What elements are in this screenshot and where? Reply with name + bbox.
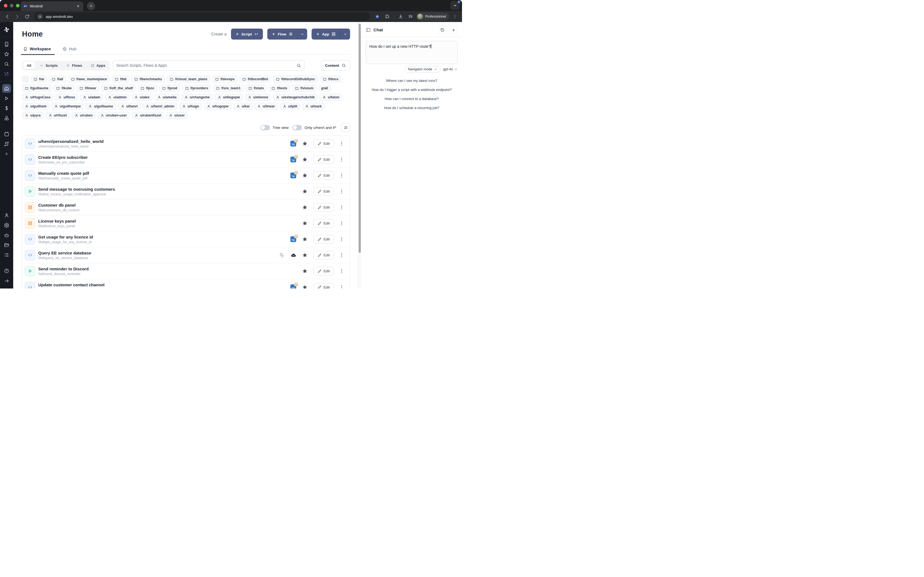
owner-chip-u/admin[interactable]: u/admin xyxy=(105,94,129,101)
owner-chip-u/pyra[interactable]: u/pyra xyxy=(22,112,44,119)
list-item[interactable]: Create EE/pro subscriber f/bd/create_ee_… xyxy=(22,152,350,168)
filter-flows[interactable]: Flows xyxy=(62,62,86,69)
media-playlist-icon[interactable] xyxy=(406,12,415,21)
owner-chip-u/kai[interactable]: u/kai xyxy=(233,103,252,110)
list-item[interactable]: u/henri/personalized_hello_world u/henri… xyxy=(22,136,350,152)
sidebar-item-favorites[interactable] xyxy=(2,50,11,58)
sidebar-item-user[interactable] xyxy=(2,211,11,220)
minimize-window-button[interactable] xyxy=(10,4,13,7)
extensions-puzzle-icon[interactable] xyxy=(383,12,392,21)
panel-collapse-icon[interactable] xyxy=(366,27,371,32)
windmill-logo[interactable] xyxy=(2,25,11,34)
owner-chip-f/guillaume[interactable]: f/guillaume xyxy=(22,85,51,92)
toggle-track[interactable] xyxy=(292,125,302,130)
filter-scripts[interactable]: Scripts xyxy=(36,62,61,69)
item-kebab-menu[interactable] xyxy=(339,268,344,274)
main-scrollbar[interactable] xyxy=(358,22,361,288)
owner-chip-u/exteugenchubchik[interactable]: u/exteugenchubchik xyxy=(273,94,317,101)
sidebar-item-resources[interactable] xyxy=(2,114,11,122)
owner-chip-g/all[interactable]: g/all xyxy=(318,85,331,92)
owner-chip-u/Ross[interactable]: u/Ross xyxy=(55,94,78,101)
sidebar-item-search[interactable] xyxy=(2,60,11,68)
owner-chip-f/kube[interactable]: f/kube xyxy=(53,85,74,92)
chat-suggestion[interactable]: Where can I see my latest runs? xyxy=(386,79,437,83)
chat-suggestion[interactable]: How do I schedule a recurring job? xyxy=(384,106,439,110)
owner-chip-u/changeme[interactable]: u/changeme xyxy=(181,94,213,101)
edit-button[interactable]: Edit xyxy=(313,235,334,243)
favorite-star-icon[interactable] xyxy=(302,252,308,258)
edit-button[interactable]: Edit xyxy=(313,283,334,289)
owner-chip-u/diegopw[interactable]: u/diegopw xyxy=(215,94,243,101)
chat-input[interactable]: How do I set up a new HTTP route? xyxy=(366,41,457,64)
owner-chip-f/linear[interactable]: f/linear xyxy=(77,85,99,92)
item-kebab-menu[interactable] xyxy=(339,205,344,211)
owner-chip-u/linear[interactable]: u/linear xyxy=(254,103,278,110)
filter-all[interactable]: All xyxy=(23,62,35,69)
browser-kebab-menu[interactable] xyxy=(451,12,459,21)
edit-button[interactable]: Edit xyxy=(313,251,334,259)
owner-chip-u/guilhem[interactable]: u/guilhem xyxy=(22,103,49,110)
close-window-button[interactable] xyxy=(4,4,7,7)
owner-chip-f/poc[interactable]: f/poc xyxy=(138,85,157,92)
item-kebab-menu[interactable] xyxy=(339,236,344,242)
create-app-button[interactable]: App xyxy=(312,29,340,40)
window-controls[interactable] xyxy=(4,4,19,7)
list-item[interactable]: Customer db panel f/bd/customers_db_cust… xyxy=(22,200,350,215)
search-input[interactable] xyxy=(116,63,294,68)
favorite-star-icon[interactable] xyxy=(302,172,308,178)
owner-chip-u/mark[interactable]: u/mark xyxy=(302,103,325,110)
owner-chip-u/ruben[interactable]: u/ruben xyxy=(72,112,95,119)
list-settings-button[interactable] xyxy=(341,123,350,132)
filter-apps[interactable]: Apps xyxy=(87,62,109,69)
create-app-button-group[interactable]: App xyxy=(312,29,350,40)
owner-chip-f/cloud_team_plans[interactable]: f/cloud_team_plans xyxy=(167,76,210,82)
owner-chip-f/aws_marketplace[interactable]: f/aws_marketplace xyxy=(68,76,110,82)
sidebar-expand-arrow[interactable] xyxy=(2,276,11,285)
favorite-star-icon[interactable] xyxy=(302,236,308,242)
owner-chip-f/docs[interactable]: f/docs xyxy=(320,76,341,82)
sidebar-item-triggers-route[interactable] xyxy=(2,140,11,148)
owner-chip-u/henri[interactable]: u/henri xyxy=(118,103,141,110)
list-item[interactable]: Query EE service database f/bd/query_ee_… xyxy=(22,247,350,263)
edit-button[interactable]: Edit xyxy=(313,139,334,148)
sidebar-item-ai-wand[interactable] xyxy=(2,69,11,78)
item-kebab-menu[interactable] xyxy=(339,189,344,195)
sidebar-item-help[interactable] xyxy=(2,266,11,275)
owner-chip-f/devops[interactable]: f/devops xyxy=(212,76,237,82)
item-kebab-menu[interactable] xyxy=(339,156,344,163)
address-bar[interactable]: app.windmill.dev xyxy=(34,12,370,21)
owner-chip-u/adam[interactable]: u/adam xyxy=(80,94,103,101)
owner-chip-u/hugopw[interactable]: u/hugopw xyxy=(204,103,231,110)
item-kebab-menu[interactable] xyxy=(339,172,344,179)
list-item[interactable]: Manually create quote pdf f/bd/manually_… xyxy=(22,168,350,184)
owner-chip-f/benchmarks[interactable]: f/benchmarks xyxy=(131,76,165,82)
scrollbar-thumb[interactable] xyxy=(359,24,361,253)
owner-chip-f/prod[interactable]: f/prod xyxy=(159,85,180,92)
item-kebab-menu[interactable] xyxy=(339,141,344,147)
site-settings-icon[interactable] xyxy=(37,13,43,19)
owner-chip-f/visium[interactable]: f/visium xyxy=(292,85,316,92)
new-tab-button[interactable]: + xyxy=(87,2,95,10)
owner-chip-u/lplit[interactable]: u/lplit xyxy=(280,103,300,110)
forward-button[interactable] xyxy=(13,12,21,21)
back-button[interactable] xyxy=(3,12,11,21)
owner-chip-f/discordGithubSync[interactable]: f/discordGithubSync xyxy=(273,76,318,82)
favorite-star-icon[interactable] xyxy=(302,141,308,147)
item-kebab-menu[interactable] xyxy=(339,284,344,288)
toggle-track[interactable] xyxy=(260,125,270,130)
edit-button[interactable]: Edit xyxy=(313,155,334,164)
bookmark-star-icon[interactable] xyxy=(373,12,382,21)
chat-history-button[interactable] xyxy=(438,26,447,34)
owner-chip-f/providers[interactable]: f/providers xyxy=(183,85,211,92)
owner-chip-f/ai[interactable]: f/ai xyxy=(31,76,47,82)
create-flow-button[interactable]: Flow xyxy=(267,29,297,40)
sidebar-item-audit-logs[interactable] xyxy=(2,251,11,259)
content-search-button[interactable]: Content xyxy=(321,60,350,71)
owner-chip-f/all[interactable]: f/all xyxy=(49,76,66,82)
list-item[interactable]: License keys panel f/bd/license_keys_pan… xyxy=(22,215,350,231)
sidebar-item-runs[interactable] xyxy=(2,94,11,103)
owner-chip-f/tests[interactable]: f/tests xyxy=(269,85,290,92)
sidebar-item-settings[interactable] xyxy=(2,221,11,230)
zoom-window-button[interactable] xyxy=(16,4,19,7)
sidebar-item-workspace[interactable] xyxy=(2,40,11,48)
